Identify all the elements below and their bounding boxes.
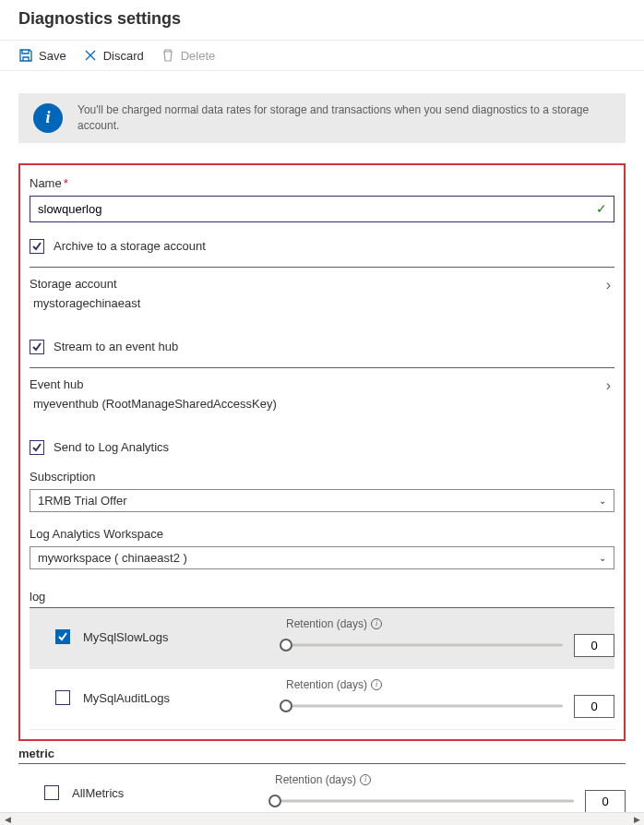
delete-label: Delete: [181, 49, 216, 63]
save-button[interactable]: Save: [18, 48, 66, 63]
info-icon: i: [33, 103, 63, 133]
auditlogs-name: MySqlAuditLogs: [83, 691, 286, 705]
chevron-right-icon: ›: [606, 377, 614, 394]
save-label: Save: [39, 49, 66, 63]
workspace-label: Log Analytics Workspace: [30, 527, 614, 541]
name-input[interactable]: [30, 196, 614, 222]
slowlogs-name: MySqlSlowLogs: [83, 630, 286, 644]
scroll-left-arrow[interactable]: ◀: [0, 815, 15, 824]
info-icon[interactable]: i: [360, 774, 371, 785]
archive-checkbox[interactable]: [30, 239, 44, 254]
workspace-field: Log Analytics Workspace myworkspace ( ch…: [30, 527, 614, 569]
archive-label: Archive to a storage account: [54, 239, 206, 253]
discard-button[interactable]: Discard: [83, 48, 144, 63]
slowlogs-retention-slider[interactable]: [286, 639, 563, 652]
content-area: i You'll be charged normal data rates fo…: [0, 71, 644, 825]
allmetrics-name: AllMetrics: [72, 786, 275, 800]
chevron-down-icon: ⌄: [599, 553, 606, 563]
retention-label: Retention (days) i: [286, 678, 614, 691]
auditlogs-checkbox[interactable]: [55, 690, 70, 705]
log-row-slowlogs: MySqlSlowLogs Retention (days) i: [30, 608, 614, 669]
workspace-value: myworkspace ( chinaeast2 ): [38, 551, 187, 565]
subscription-field: Subscription 1RMB Trial Offer ⌄: [30, 470, 614, 512]
slowlogs-retention-input[interactable]: [574, 634, 614, 657]
name-label: Name*: [30, 176, 614, 190]
retention-label: Retention (days) i: [275, 773, 626, 786]
name-input-wrap: ✓: [30, 196, 614, 222]
allmetrics-retention-input[interactable]: [585, 790, 626, 813]
loganalytics-label: Send to Log Analytics: [54, 440, 169, 454]
scroll-right-arrow[interactable]: ▶: [629, 815, 644, 824]
loganalytics-checkbox-row[interactable]: Send to Log Analytics: [30, 440, 614, 455]
settings-form-highlight: Name* ✓ Archive to a storage account Sto…: [18, 163, 626, 741]
info-banner: i You'll be charged normal data rates fo…: [18, 93, 626, 143]
subscription-dropdown[interactable]: 1RMB Trial Offer ⌄: [30, 489, 614, 512]
toolbar: Save Discard Delete: [0, 41, 644, 71]
delete-button: Delete: [161, 48, 216, 63]
log-section-title: log: [30, 590, 614, 608]
page-title: Diagnostics settings: [18, 9, 626, 29]
discard-icon: [83, 48, 98, 63]
storage-picker-value: mystoragechinaeast: [30, 296, 140, 310]
allmetrics-checkbox[interactable]: [44, 785, 59, 800]
info-icon[interactable]: i: [371, 679, 382, 690]
loganalytics-checkbox[interactable]: [30, 440, 44, 455]
storage-picker-label: Storage account: [30, 277, 140, 291]
auditlogs-retention: Retention (days) i: [286, 678, 614, 718]
auditlogs-retention-slider[interactable]: [286, 699, 563, 712]
eventhub-picker-label: Event hub: [30, 377, 277, 391]
delete-icon: [161, 48, 175, 63]
workspace-dropdown[interactable]: myworkspace ( chinaeast2 ) ⌄: [30, 546, 614, 569]
storage-account-picker[interactable]: Storage account mystoragechinaeast ›: [30, 267, 614, 323]
eventhub-picker-value: myeventhub (RootManageSharedAccessKey): [30, 397, 277, 411]
discard-label: Discard: [103, 49, 144, 63]
allmetrics-retention: Retention (days) i: [275, 773, 626, 813]
subscription-label: Subscription: [30, 470, 614, 484]
retention-label: Retention (days) i: [286, 617, 614, 630]
save-icon: [18, 48, 33, 63]
stream-checkbox-row[interactable]: Stream to an event hub: [30, 340, 614, 354]
chevron-right-icon: ›: [606, 277, 614, 293]
slowlogs-checkbox[interactable]: [55, 629, 70, 644]
chevron-down-icon: ⌄: [599, 496, 606, 506]
stream-checkbox[interactable]: [30, 340, 44, 354]
slowlogs-retention: Retention (days) i: [286, 617, 614, 657]
info-icon[interactable]: i: [371, 618, 382, 629]
stream-label: Stream to an event hub: [54, 340, 178, 353]
subscription-value: 1RMB Trial Offer: [38, 494, 127, 508]
event-hub-picker[interactable]: Event hub myeventhub (RootManageSharedAc…: [30, 367, 614, 424]
allmetrics-retention-slider[interactable]: [275, 795, 574, 807]
archive-checkbox-row[interactable]: Archive to a storage account: [30, 239, 614, 254]
auditlogs-retention-input[interactable]: [574, 695, 614, 718]
metric-section-title: metric: [18, 747, 626, 764]
log-row-auditlogs: MySqlAuditLogs Retention (days) i: [30, 669, 614, 730]
horizontal-scrollbar[interactable]: ◀ ▶: [0, 812, 644, 825]
valid-check-icon: ✓: [596, 201, 607, 216]
page-header: Diagnostics settings: [0, 0, 644, 41]
info-message: You'll be charged normal data rates for …: [78, 102, 611, 134]
